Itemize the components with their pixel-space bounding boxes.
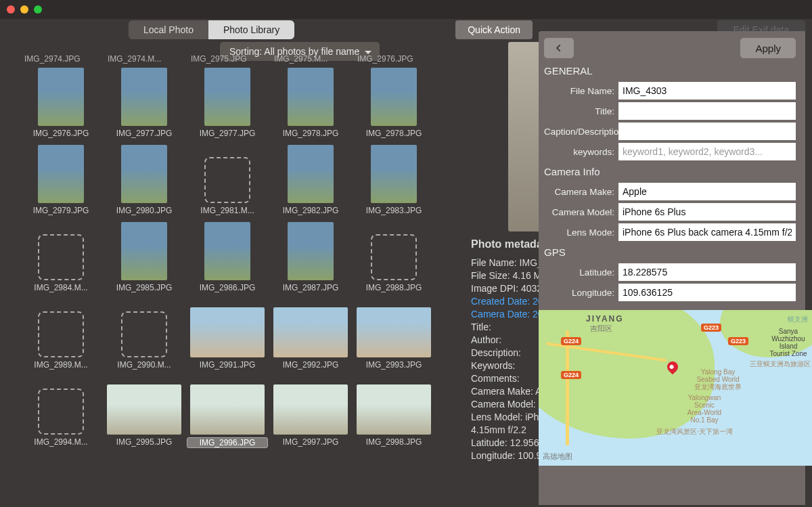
gps-map[interactable]: JIYANG 吉阳区 G223 G223 G224 G224 Sanya Wuz… (539, 310, 812, 466)
section-gps: GPS (544, 246, 796, 258)
quick-action-button[interactable]: Quick Action (455, 20, 533, 39)
photo-thumbnail[interactable] (204, 222, 250, 280)
placeholder-thumbnail[interactable] (371, 234, 417, 280)
keywords-input[interactable] (618, 143, 796, 160)
minimize-window-button[interactable] (20, 5, 28, 14)
filename-label: IMG_2986.JPG (187, 283, 268, 292)
close-window-button[interactable] (7, 5, 15, 14)
latitude-input[interactable] (618, 263, 796, 281)
photo-cell[interactable]: IMG_2991.JPG (187, 299, 268, 370)
placeholder-thumbnail[interactable] (38, 311, 84, 357)
filename-label: IMG_2975.JPG (191, 54, 272, 64)
photo-thumbnail[interactable] (371, 68, 417, 126)
photo-thumbnail[interactable] (288, 145, 334, 203)
photo-cell[interactable]: IMG_2983.JPG (353, 145, 434, 215)
filename-label: IMG_2976.JPG (20, 129, 102, 138)
photo-cell[interactable]: IMG_2979.JPG (20, 145, 102, 215)
meta-lensmodel-label: Lens Model: (471, 412, 522, 422)
photo-cell[interactable]: IMG_2985.JPG (104, 222, 185, 292)
photo-cell[interactable]: IMG_2980.JPG (104, 145, 185, 215)
filename-label: IMG_2991.JPG (187, 360, 268, 370)
photo-cell[interactable]: IMG_2990.M... (104, 299, 185, 370)
photo-thumbnail[interactable] (288, 68, 334, 126)
placeholder-thumbnail[interactable] (204, 157, 250, 203)
photo-cell[interactable]: IMG_2978.JPG (270, 68, 351, 138)
caption-input[interactable] (618, 123, 796, 140)
photo-thumbnail[interactable] (121, 222, 167, 280)
meta-author-label: Author: (471, 334, 501, 345)
photo-thumbnail[interactable] (357, 307, 431, 357)
photo-thumbnail[interactable] (121, 145, 167, 203)
filename-label: IMG_2980.JPG (104, 206, 185, 215)
photo-cell[interactable]: IMG_2996.JPG (187, 376, 268, 448)
placeholder-thumbnail[interactable] (121, 311, 167, 357)
field-label-keywords: keywords: (544, 147, 618, 157)
filename-label: IMG_2990.M... (104, 360, 185, 370)
meta-created-label[interactable]: Created Date: (471, 296, 530, 307)
photo-cell[interactable]: IMG_2995.JPG (104, 376, 185, 448)
field-label-title: Title: (544, 106, 618, 116)
photo-thumbnail[interactable] (273, 307, 348, 357)
map-label-jiyang-cn: 吉阳区 (590, 324, 612, 334)
meta-title-label: Title: (471, 322, 491, 332)
meta-description-label: Description: (471, 347, 521, 358)
map-label-yalongwan-cn: 亚龙湾风景区·天下第一湾 (656, 428, 733, 435)
lensmodel-input[interactable] (618, 223, 796, 241)
photo-thumbnail[interactable] (288, 222, 334, 280)
meta-cameradate-label[interactable]: Camera Date: (471, 309, 530, 319)
photo-cell[interactable]: IMG_2987.JPG (270, 222, 351, 292)
photo-cell[interactable]: IMG_2988.JPG (353, 222, 434, 292)
photo-cell[interactable]: IMG_2992.JPG (270, 299, 351, 370)
meta-cameramake-label: Camera Make: (471, 386, 533, 397)
map-shield-g223: G223 (701, 324, 721, 332)
filename-label: IMG_2978.JPG (270, 129, 351, 138)
photo-thumbnail[interactable] (190, 307, 265, 357)
photo-cell[interactable]: IMG_2998.JPG (353, 376, 434, 448)
photo-cell[interactable]: IMG_2989.M... (20, 299, 102, 370)
filename-label: IMG_2976.JPG (357, 54, 438, 64)
photo-cell[interactable]: IMG_2994.M... (20, 376, 102, 448)
placeholder-thumbnail[interactable] (38, 234, 84, 280)
photo-cell[interactable]: IMG_2982.JPG (270, 145, 351, 215)
photo-thumbnail[interactable] (357, 384, 431, 435)
filename-label: IMG_2993.JPG (353, 360, 434, 370)
map-label-yalongwan: Yalongwan Scenic Area-World No.1 Bay (674, 394, 735, 424)
placeholder-thumbnail[interactable] (38, 389, 84, 435)
tab-photo-library[interactable]: Photo Library (208, 20, 294, 39)
photo-cell[interactable]: IMG_2981.M... (187, 145, 268, 215)
tab-local-photo[interactable]: Local Photo (129, 20, 208, 39)
photo-cell[interactable]: IMG_2986.JPG (187, 222, 268, 292)
field-label-filename: File Name: (544, 86, 618, 96)
filename-label: IMG_2994.M... (20, 437, 102, 447)
photo-cell[interactable]: IMG_2993.JPG (353, 299, 434, 370)
photo-thumbnail[interactable] (107, 384, 181, 435)
photo-cell[interactable]: IMG_2984.M... (20, 222, 102, 292)
photo-cell[interactable]: IMG_2978.JPG (353, 68, 434, 138)
photo-cell[interactable]: IMG_2977.JPG (187, 68, 268, 138)
filename-label: IMG_2979.JPG (20, 206, 102, 215)
photo-thumbnail[interactable] (273, 384, 348, 435)
photo-thumbnail[interactable] (371, 145, 417, 203)
photo-thumbnail[interactable] (121, 68, 167, 126)
cameramodel-input[interactable] (618, 203, 796, 221)
photo-cell[interactable]: IMG_2976.JPG (20, 68, 102, 138)
photo-cell[interactable]: IMG_2997.JPG (270, 376, 351, 448)
title-input[interactable] (618, 102, 796, 120)
photo-cell[interactable]: IMG_2977.JPG (104, 68, 185, 138)
cameramake-input[interactable] (618, 183, 796, 200)
filename-input[interactable] (618, 82, 796, 100)
photo-thumbnail[interactable] (190, 384, 265, 435)
field-label-cameramodel: Camera Model: (544, 207, 618, 217)
back-button[interactable] (544, 38, 574, 58)
source-segmented-control: Local Photo Photo Library (129, 20, 294, 39)
photo-thumbnail[interactable] (38, 68, 84, 126)
apply-button[interactable]: Apply (740, 38, 796, 58)
section-general: GENERAL (544, 65, 796, 76)
map-label-sanya-cn: 三亚蜈支洲岛旅游区 (750, 360, 811, 368)
filename-label: IMG_2975.M... (274, 54, 355, 64)
photo-thumbnail[interactable] (38, 145, 84, 203)
section-camera: Camera Info (544, 166, 796, 177)
photo-thumbnail[interactable] (204, 68, 250, 126)
maximize-window-button[interactable] (34, 5, 42, 14)
longitude-input[interactable] (618, 284, 796, 301)
